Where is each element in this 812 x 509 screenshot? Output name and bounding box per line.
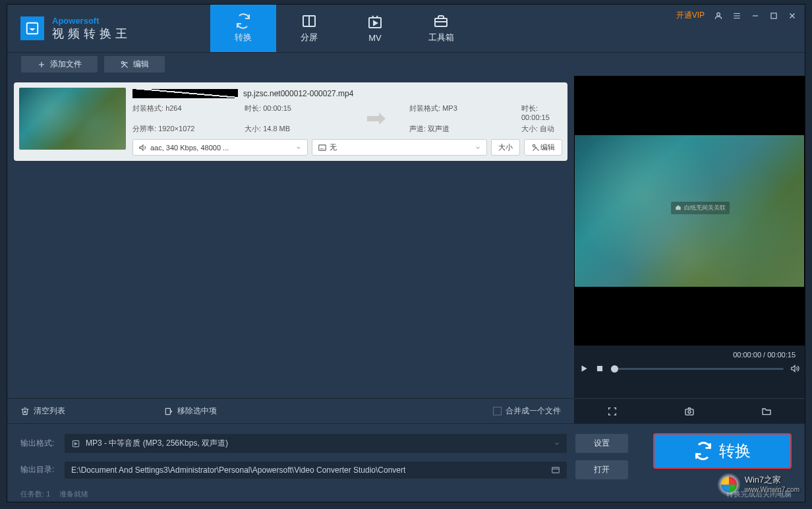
preview-panel: 白纸无间关关联 00:00:00 / 00:00:15	[574, 76, 805, 423]
tab-toolbox[interactable]: 工具箱	[408, 5, 474, 52]
file-list: sp.jzsc.net000012-000027.mp4 封装格式: h264 …	[7, 76, 574, 398]
svg-point-8	[533, 144, 535, 147]
file-item[interactable]: sp.jzsc.net000012-000027.mp4 封装格式: h264 …	[14, 82, 567, 161]
status-text: 准备就绪	[59, 489, 88, 499]
svg-rect-10	[597, 366, 602, 371]
open-button[interactable]: 打开	[575, 460, 628, 479]
svg-point-12	[688, 410, 691, 413]
preview-actions	[574, 398, 805, 423]
file-name: sp.jzsc.net000012-000027.mp4	[132, 88, 562, 100]
maximize-icon[interactable]	[769, 11, 778, 20]
window-controls: 开通VIP	[676, 10, 797, 21]
svg-rect-5	[771, 13, 776, 18]
screenshot-watermark: Win7之家 www.Winwin7.com	[717, 473, 799, 496]
convert-button[interactable]: 转换	[653, 433, 792, 469]
clear-list-button[interactable]: 清空列表	[20, 405, 65, 417]
dir-label: 输出目录:	[20, 464, 56, 475]
menu-icon[interactable]	[732, 11, 741, 20]
preview-area: 白纸无间关关联	[574, 76, 805, 345]
svg-rect-7	[319, 144, 326, 150]
edit-button[interactable]: 编辑	[103, 55, 165, 73]
add-file-button[interactable]: 添加文件	[20, 55, 98, 73]
volume-icon[interactable]	[790, 364, 799, 373]
remove-selected-button[interactable]: 移除选中项	[164, 405, 217, 417]
svg-point-6	[121, 61, 124, 64]
svg-rect-14	[552, 467, 560, 472]
tab-mv[interactable]: MV	[342, 5, 408, 52]
progress-bar[interactable]	[611, 368, 784, 370]
preview-watermark: 白纸无间关关联	[671, 202, 730, 214]
browse-icon	[551, 465, 560, 475]
logo-icon	[20, 16, 44, 40]
user-icon[interactable]	[714, 11, 723, 20]
format-label: 输出格式:	[20, 438, 56, 449]
snapshot-icon[interactable]	[684, 406, 695, 417]
titlebar: Apowersoft 视频转换王 转换 分屏 MV 工具箱 开通VIP	[7, 5, 805, 52]
redacted-text	[132, 89, 238, 98]
close-icon[interactable]	[788, 11, 797, 20]
svg-rect-9	[165, 408, 170, 414]
output-settings: 输出格式: MP3 - 中等音质 (MP3, 256Kbps, 双声道) 设置 …	[7, 423, 805, 486]
tab-label: 转换	[235, 32, 252, 44]
file-info: sp.jzsc.net000012-000027.mp4 封装格式: h264 …	[132, 88, 562, 156]
checkbox-icon	[493, 407, 502, 415]
stop-icon[interactable]	[595, 364, 604, 373]
arrow-icon	[357, 104, 396, 134]
task-count: 任务数: 1	[20, 489, 50, 499]
settings-button[interactable]: 设置	[575, 434, 628, 453]
tab-convert[interactable]: 转换	[210, 5, 276, 52]
tab-label: 分屏	[301, 32, 318, 44]
minimize-icon[interactable]	[751, 11, 760, 20]
tab-split[interactable]: 分屏	[276, 5, 342, 52]
svg-rect-11	[685, 409, 693, 415]
app-window: Apowersoft 视频转换王 转换 分屏 MV 工具箱 开通VIP	[7, 4, 805, 502]
video-thumbnail	[19, 88, 126, 150]
fullscreen-icon[interactable]	[607, 406, 618, 417]
output-format-select[interactable]: MP3 - 中等音质 (MP3, 256Kbps, 双声道)	[64, 433, 567, 454]
button-label: 编辑	[133, 59, 149, 70]
file-metadata: 封装格式: h264 时长: 00:00:15 封装格式: MP3 时长: 00…	[132, 104, 562, 134]
brand-name: Apowersoft	[52, 16, 131, 26]
item-controls: aac, 340 Kbps, 48000 ... 无 大小	[132, 139, 562, 156]
play-icon[interactable]	[579, 364, 589, 373]
app-title: 视频转换王	[52, 26, 131, 42]
list-actions-bar: 清空列表 移除选中项 合并成一个文件	[7, 398, 574, 423]
folder-icon[interactable]	[761, 406, 772, 417]
item-edit-button[interactable]: 编辑	[524, 139, 562, 156]
audio-select[interactable]: aac, 340 Kbps, 48000 ...	[132, 139, 308, 156]
status-bar: 任务数: 1 准备就绪 转换完成后关闭电脑	[7, 486, 805, 502]
merge-checkbox[interactable]: 合并成一个文件	[493, 405, 561, 417]
svg-point-4	[717, 13, 720, 16]
left-panel: sp.jzsc.net000012-000027.mp4 封装格式: h264 …	[7, 76, 574, 423]
windows-logo-icon	[717, 473, 741, 496]
main-tabs: 转换 分屏 MV 工具箱	[210, 5, 474, 52]
player-controls: 00:00:00 / 00:00:15	[574, 345, 805, 398]
vip-link[interactable]: 开通VIP	[676, 10, 705, 21]
tab-label: MV	[368, 33, 382, 43]
output-dir-field[interactable]: E:\Document And Settings3\Administrator\…	[64, 461, 567, 479]
time-display: 00:00:00 / 00:00:15	[579, 351, 799, 359]
button-label: 添加文件	[50, 59, 82, 70]
subtitle-select[interactable]: 无	[312, 139, 487, 156]
resize-button[interactable]: 大小	[491, 139, 520, 156]
tab-label: 工具箱	[428, 32, 454, 44]
logo: Apowersoft 视频转换王	[7, 16, 144, 42]
main-content: sp.jzsc.net000012-000027.mp4 封装格式: h264 …	[7, 76, 805, 423]
preview-frame: 白纸无间关关联	[575, 135, 804, 287]
toolbar: 添加文件 编辑	[7, 52, 805, 76]
